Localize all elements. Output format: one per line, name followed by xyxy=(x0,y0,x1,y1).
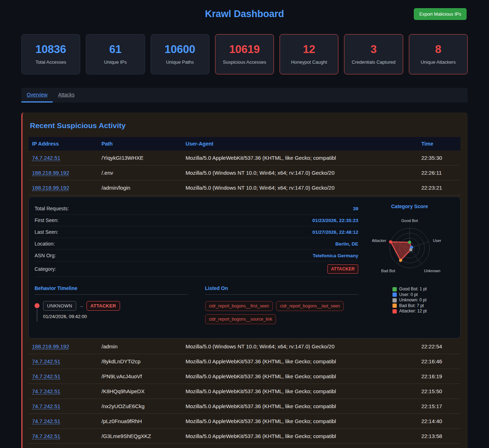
stat-card-3: 10619Suspicious Accesses xyxy=(215,34,274,74)
table-row[interactable]: 74.7.242.51/PN9LvAcJ4uoVfMozilla/5.0 App… xyxy=(28,369,461,384)
stat-label: Credentials Captured xyxy=(347,59,400,65)
cell-ip: 74.7.242.51 xyxy=(28,354,98,369)
timeline-transition: UNKNOWN→ATTACKER xyxy=(43,301,188,311)
listed-on-badge[interactable]: cidr_report_bogons__first_seen xyxy=(205,301,273,311)
legend-label: Bad Bot: 7 pt xyxy=(399,303,424,309)
cell-ip: 188.218.99.192 xyxy=(28,165,98,180)
timeline-event: UNKNOWN→ATTACKER01/24/2026, 09:42:00 xyxy=(35,301,188,319)
legend-label: Unknown: 0 pt xyxy=(399,297,427,303)
chart-title: Category Score xyxy=(368,204,451,212)
legend-swatch xyxy=(392,309,397,313)
cell-user-agent: Mozilla/5.0 AppleWebKit/537.36 (KHTML, l… xyxy=(182,151,418,165)
cell-ip: 74.7.242.51 xyxy=(28,414,98,429)
legend-swatch xyxy=(392,292,397,297)
tab-overview[interactable]: Overview xyxy=(21,88,53,102)
radar-axis-label: Bad Bot xyxy=(381,269,395,273)
cell-time: 22:22:54 xyxy=(418,339,461,354)
column-header-ip-address: IP Address xyxy=(28,137,98,151)
ip-link[interactable]: 74.7.242.51 xyxy=(32,403,60,409)
cell-path: /K8HQq9hAipeDX xyxy=(98,384,182,399)
table-row[interactable]: 74.7.242.51/K8HQq9hAipeDXMozilla/5.0 App… xyxy=(28,384,461,399)
page: Krawl Dashboard Export Malicious IPs 108… xyxy=(21,0,468,448)
ip-detail-fields-column: Total Requests:39First Seen:01/23/2026, … xyxy=(35,203,358,330)
export-malicious-ips-button[interactable]: Export Malicious IPs xyxy=(414,8,467,20)
page-title: Krawl Dashboard xyxy=(21,9,468,20)
listed-on-badge[interactable]: cidr_report_bogons__source_link xyxy=(205,314,276,324)
ip-link[interactable]: 188.218.99.192 xyxy=(32,170,69,176)
cell-ip: 74.7.242.51 xyxy=(28,429,98,444)
field-label: ASN Org: xyxy=(35,253,56,258)
legend-label: Good Bot: 1 pt xyxy=(399,286,427,292)
table-row[interactable]: 74.7.242.51/G3Lme9ShEQgXKZMozilla/5.0 Ap… xyxy=(28,429,461,444)
cell-path: /pLz0Fnua9fRhH xyxy=(98,414,182,429)
cell-ip: 74.7.242.51 xyxy=(28,369,98,384)
activity-table-bottom: 188.218.99.192/adminMozilla/5.0 (Windows… xyxy=(28,339,461,444)
cell-path: /PN9LvAcJ4uoVf xyxy=(98,369,182,384)
cell-user-agent: Mozilla/5.0 AppleWebKit/537.36 (KHTML, l… xyxy=(182,384,418,399)
behavior-timeline-section: Behavior Timeline UNKNOWN→ATTACKER01/24/… xyxy=(35,285,188,324)
column-header-user-agent: User-Agent xyxy=(182,137,418,151)
ip-link[interactable]: 74.7.242.51 xyxy=(32,388,60,394)
field-label: First Seen: xyxy=(35,217,59,223)
chart-legend: Good Bot: 1 ptUser: 0 ptUnknown: 0 ptBad… xyxy=(392,286,427,314)
listed-on-section: Listed On cidr_report_bogons__first_seen… xyxy=(205,285,359,324)
table-row[interactable]: 188.218.99.192/.envMozilla/5.0 (Windows … xyxy=(28,165,461,180)
legend-item: Good Bot: 1 pt xyxy=(392,286,427,292)
stat-card-5: 3Credentials Captured xyxy=(344,34,403,74)
table-row[interactable]: 74.7.242.51/8ykdLnDYTi2cpMozilla/5.0 App… xyxy=(28,354,461,369)
cell-time: 22:15:50 xyxy=(418,384,461,399)
field-label: Last Seen: xyxy=(35,229,58,235)
to-category-badge: ATTACKER xyxy=(87,301,120,311)
stat-label: Suspicious Accesses xyxy=(218,59,271,65)
ip-link[interactable]: 74.7.242.51 xyxy=(32,418,60,424)
cell-user-agent: Mozilla/5.0 AppleWebKit/537.36 (KHTML, l… xyxy=(182,414,418,429)
cell-time: 22:14:40 xyxy=(418,414,461,429)
legend-swatch xyxy=(392,298,397,302)
listed-on-badge[interactable]: cidr_report_bogons__last_seen xyxy=(276,301,344,311)
radar-axis-label: User xyxy=(433,238,442,243)
ip-link[interactable]: 74.7.242.51 xyxy=(32,433,60,439)
column-header-path: Path xyxy=(98,137,182,151)
stat-card-2: 10600Unique Paths xyxy=(151,34,209,74)
stat-card-1: 61Unique IPs xyxy=(86,34,145,74)
listed-on-title: Listed On xyxy=(205,285,359,295)
ip-link[interactable]: 74.7.242.51 xyxy=(32,373,60,379)
cell-time: 22:15:17 xyxy=(418,399,461,414)
table-row[interactable]: 74.7.242.51/YiqykGI13WHXEMozilla/5.0 App… xyxy=(28,151,461,165)
panel-title: Recent Suspicious Activity xyxy=(30,121,461,130)
ip-link[interactable]: 188.218.99.192 xyxy=(32,185,69,191)
ip-link[interactable]: 74.7.242.51 xyxy=(32,358,60,364)
detail-field-row: Category:ATTACKER xyxy=(35,262,358,277)
ip-link[interactable]: 74.7.242.51 xyxy=(32,155,60,161)
table-row[interactable]: 74.7.242.51/pLz0Fnua9fRhHMozilla/5.0 App… xyxy=(28,414,461,429)
stat-label: Unique Paths xyxy=(153,59,207,65)
radar-axis-label: Good Bot xyxy=(401,218,418,223)
stat-value: 10600 xyxy=(153,43,207,56)
stat-card-0: 10836Total Accesses xyxy=(21,34,80,74)
field-value: 01/27/2026, 22:48:12 xyxy=(312,230,358,235)
behavior-timeline-title: Behavior Timeline xyxy=(35,285,188,295)
tab-attacks[interactable]: Attacks xyxy=(53,88,80,102)
legend-item: User: 0 pt xyxy=(392,292,427,298)
legend-label: User: 0 pt xyxy=(399,292,418,298)
cell-user-agent: Mozilla/5.0 (Windows NT 10.0; Win64; x64… xyxy=(182,339,418,354)
legend-label: Attacker: 12 pt xyxy=(399,309,427,314)
cell-path: /admin/login xyxy=(98,180,182,195)
suspicious-activity-panel: Recent Suspicious Activity IP AddressPat… xyxy=(21,112,468,448)
listed-on-badges: cidr_report_bogons__first_seencidr_repor… xyxy=(205,301,359,324)
table-row[interactable]: 188.218.99.192/adminMozilla/5.0 (Windows… xyxy=(28,339,461,354)
cell-ip: 74.7.242.51 xyxy=(28,151,98,165)
cell-ip: 188.218.99.192 xyxy=(28,339,98,354)
detail-field-row: Total Requests:39 xyxy=(35,203,358,215)
ip-link[interactable]: 188.218.99.192 xyxy=(32,343,69,349)
detail-field-row: Last Seen:01/27/2026, 22:48:12 xyxy=(35,226,358,238)
table-row[interactable]: 74.7.242.51/nx2yUOZuE6CkgMozilla/5.0 App… xyxy=(28,399,461,414)
radar-chart: Good BotUserUnknownBad BotAttacker xyxy=(368,214,451,284)
cell-path: /.env xyxy=(98,165,182,180)
table-row[interactable]: 188.218.99.192/admin/loginMozilla/5.0 (W… xyxy=(28,180,461,195)
cell-time: 22:35:30 xyxy=(418,151,461,165)
behavior-timeline: UNKNOWN→ATTACKER01/24/2026, 09:42:00 xyxy=(35,301,188,319)
table-header-row: IP AddressPathUser-AgentTime xyxy=(28,137,461,151)
field-label: Category: xyxy=(35,266,56,272)
stat-value: 12 xyxy=(282,43,336,56)
